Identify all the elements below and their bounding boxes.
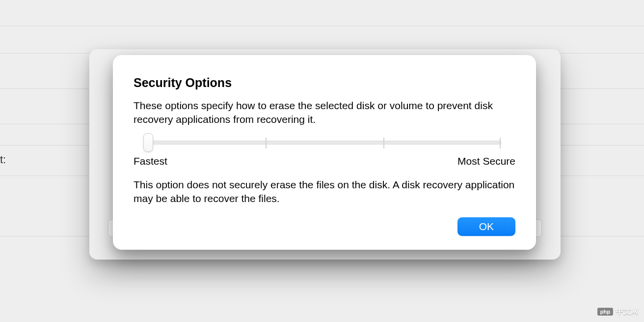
ok-button[interactable]: OK: [457, 217, 515, 236]
watermark-badge: php: [597, 308, 613, 316]
slider-min-label: Fastest: [134, 155, 167, 167]
dialog-title: Security Options: [134, 76, 515, 90]
dialog-description: These options specify how to erase the s…: [134, 99, 515, 127]
watermark: php 中文网: [597, 307, 638, 316]
slider-max-label: Most Secure: [457, 155, 515, 167]
slider-tick: [500, 138, 501, 148]
watermark-text: 中文网: [616, 307, 638, 316]
button-row: OK: [134, 217, 515, 236]
option-explanation: This option does not securely erase the …: [134, 178, 515, 206]
slider-track[interactable]: [148, 141, 501, 145]
slider-tick: [383, 138, 384, 148]
security-slider[interactable]: [148, 141, 501, 145]
slider-labels: Fastest Most Secure: [134, 155, 515, 167]
slider-tick: [266, 138, 267, 148]
slider-thumb[interactable]: [143, 133, 153, 152]
background-partial-label: t:: [0, 153, 6, 166]
security-options-dialog: Security Options These options specify h…: [113, 55, 536, 250]
